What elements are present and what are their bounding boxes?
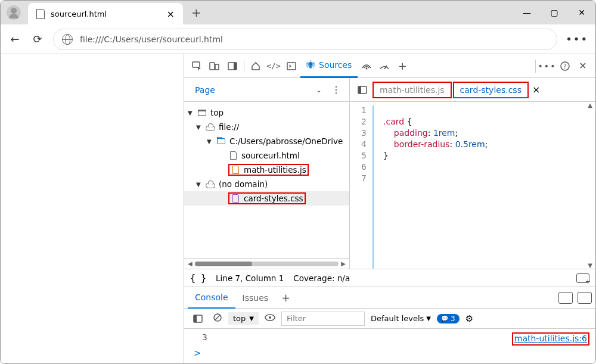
inspect-icon[interactable] [188,57,206,75]
tab-title: sourceurl.html [51,10,107,18]
url-text: file:///C:/Users/user/sourceurl.html [80,35,223,44]
tree-file-html[interactable]: sourceurl.html [184,148,349,163]
live-expression-button[interactable] [265,314,275,323]
source-editor: math-utilities.js card-styles.css × 1234… [350,78,595,269]
address-bar: ← ⟳ file:///C:/Users/user/sourceurl.html… [1,24,595,54]
back-button[interactable]: ← [8,32,22,46]
tree-file-css[interactable]: card-styles.css [184,191,349,206]
log-value: 3 [190,332,207,346]
welcome-icon[interactable] [247,57,265,75]
console-prompt[interactable]: > [190,346,589,361]
levels-label: Default levels [371,314,424,323]
devtools-panel: </> 🕷 Sources + ••• ? ✕ Page ⌄ [184,54,595,364]
line-gutter: 1234567 [350,105,374,269]
profile-avatar[interactable] [7,5,21,20]
dock-icon[interactable] [224,57,241,75]
issues-badge[interactable]: 💬3 [437,314,460,323]
tree-label: math-utilities.js [244,165,306,175]
code-area[interactable]: 1234567 .card { padding: 1rem; border-ra… [350,102,595,269]
vertical-scrollbar[interactable]: ▲▼ [586,102,594,269]
tree-file-js[interactable]: math-utilities.js [184,163,349,177]
svg-rect-11 [358,86,361,94]
globe-icon [62,34,73,45]
toggle-navigator-button[interactable] [353,81,371,99]
new-snippet-button[interactable] [576,273,589,283]
maximize-button[interactable]: ▢ [541,1,568,24]
add-console-tab-button[interactable]: + [275,291,296,304]
close-tab-icon[interactable]: × [167,8,175,20]
console-drawer: Console Issues + top▼ Default levels▼ 💬 [184,287,595,364]
scope-label: top [233,314,246,323]
editor-tab-label: math-utilities.js [380,85,445,95]
minimize-button[interactable]: — [513,1,541,24]
console-log-row: 3 math-utilities.js:6 [190,332,589,346]
clear-console-button[interactable] [213,313,222,324]
tree-label: C:/Users/pabrosse/OneDrive [229,136,343,146]
tree-label: (no domain) [219,179,268,189]
close-window-button[interactable]: ✕ [568,1,595,24]
file-tree: ▼top ▼file:// ▼C:/Users/pabrosse/OneDriv… [184,102,349,258]
svg-point-6 [366,67,368,69]
devtools-toolbar: </> 🕷 Sources + ••• ? ✕ [184,54,595,78]
horizontal-scrollbar[interactable] [195,262,339,266]
console-icon[interactable] [283,57,300,75]
close-devtools-button[interactable]: ✕ [574,57,592,75]
more-tabs-button[interactable]: + [393,57,411,75]
tree-no-domain[interactable]: ▼(no domain) [184,177,349,191]
tree-label: sourceurl.html [241,151,300,160]
tree-label: file:// [219,122,239,132]
performance-icon[interactable] [375,57,393,75]
navigator-more-button[interactable]: ⋮ [327,84,346,95]
filter-input[interactable] [281,312,365,326]
format-icon[interactable]: { } [190,273,206,284]
tree-file-scheme[interactable]: ▼file:// [184,120,349,134]
sources-navigator: Page ⌄ ⋮ ▼top ▼file:// ▼C:/Users/pabross… [184,78,350,269]
console-settings-button[interactable]: ⚙ [465,313,473,324]
svg-rect-0 [193,62,200,67]
sources-tab[interactable]: 🕷 Sources [300,54,358,78]
close-editor-tab-icon[interactable]: × [530,84,542,95]
tree-folder[interactable]: ▼C:/Users/pabrosse/OneDrive [184,134,349,148]
refresh-button[interactable]: ⟳ [30,32,45,46]
svg-rect-2 [215,64,219,70]
log-level-selector[interactable]: Default levels▼ [371,314,431,323]
console-tab[interactable]: Console [188,287,235,309]
coverage-status: Coverage: n/a [293,273,350,283]
badge-count: 3 [451,315,455,323]
bug-icon: 🕷 [306,60,315,70]
tree-top[interactable]: ▼top [184,105,349,120]
browser-titlebar: sourceurl.html × + — ▢ ✕ [1,1,595,24]
page-icon [36,9,45,19]
sources-tab-label: Sources [319,60,352,70]
browser-menu-button[interactable]: ••• [566,33,588,45]
help-icon[interactable]: ? [556,57,574,75]
svg-line-15 [215,315,220,320]
code-lines: .card { padding: 1rem; border-radius: 0.… [374,105,488,269]
url-input[interactable]: file:///C:/Users/user/sourceurl.html [53,29,557,50]
toggle-sidebar-button[interactable] [189,310,207,328]
svg-point-17 [269,316,271,319]
new-tab-button[interactable]: + [183,5,210,20]
cursor-position: Line 7, Column 1 [216,273,284,283]
log-source-link[interactable]: math-utilities.js:6 [512,332,589,346]
navigator-overflow-button[interactable]: ⌄ [311,86,327,94]
svg-rect-13 [194,315,197,322]
issues-tab[interactable]: Issues [235,287,276,309]
network-icon[interactable] [358,57,375,75]
svg-rect-4 [234,63,237,70]
browser-tab[interactable]: sourceurl.html × [28,3,183,24]
device-icon[interactable] [206,57,224,75]
devtools-menu-button[interactable]: ••• [538,57,556,75]
editor-tab-css[interactable]: card-styles.css [453,82,529,98]
page-viewport [1,54,184,364]
editor-statusbar: { } Line 7, Column 1 Coverage: n/a [184,269,595,287]
tree-label: top [210,108,224,117]
drawer-collapse-button[interactable] [578,292,592,304]
elements-icon[interactable]: </> [265,57,283,75]
page-tab[interactable]: Page [188,78,222,102]
editor-tab-js[interactable]: math-utilities.js [372,82,452,98]
context-selector[interactable]: top▼ [228,312,259,325]
svg-rect-1 [210,63,215,70]
drawer-dock-button[interactable] [558,292,573,304]
tree-label: card-styles.css [244,194,303,203]
